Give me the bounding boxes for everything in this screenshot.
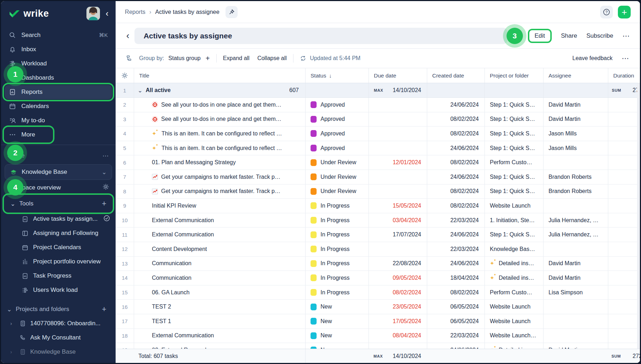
- table-row[interactable]: 6 01. Plan and Messaging Strategy Under …: [116, 155, 640, 170]
- table-row[interactable]: 18 External Communication New 08/04/2024…: [116, 329, 640, 343]
- chevron-down-icon[interactable]: ⌄: [102, 168, 107, 176]
- column-header-title[interactable]: Title: [134, 68, 305, 83]
- tool-item-task-progress[interactable]: Task Progress: [1, 269, 116, 283]
- sidebar-item-inbox[interactable]: Inbox: [5, 42, 112, 57]
- task-title[interactable]: 06. GA Launch: [152, 289, 190, 296]
- add-tool-icon[interactable]: +: [102, 199, 106, 208]
- group-by-value[interactable]: Status group: [168, 55, 201, 61]
- add-group-by-button[interactable]: +: [206, 54, 210, 63]
- share-button[interactable]: Share: [561, 32, 577, 39]
- task-title[interactable]: See all your to-dos in one place and get…: [161, 116, 281, 122]
- tool-item-project-calendars[interactable]: Project Calendars: [1, 240, 116, 255]
- table-row[interactable]: 15 06. GA Launch In Progress 08/02/2024 …: [116, 285, 640, 300]
- table-row[interactable]: 11 External Communication In Progress 17…: [116, 228, 640, 242]
- table-row[interactable]: 14 Communication In Progress 09/05/2024 …: [116, 271, 640, 285]
- wrike-logo-text: wrike: [23, 8, 49, 19]
- task-title[interactable]: Communication: [152, 260, 191, 267]
- task-title[interactable]: Get your campaigns to market faster. Tra…: [161, 188, 280, 194]
- gear-icon[interactable]: [102, 183, 109, 192]
- task-title[interactable]: Content Development: [152, 246, 207, 252]
- tools-section-header[interactable]: ⌄ Tools +: [5, 196, 112, 212]
- tool-item-assigning[interactable]: Assigning and Following: [1, 226, 116, 240]
- task-title[interactable]: Communication: [152, 275, 191, 281]
- wrike-logo[interactable]: wrike: [9, 8, 49, 19]
- task-title[interactable]: See all your to-dos in one place and get…: [161, 102, 281, 108]
- task-title[interactable]: Initial KPI Review: [152, 203, 196, 209]
- task-title[interactable]: 01. Plan and Messaging Strategy: [152, 159, 236, 166]
- collapse-all-button[interactable]: Collapse all: [257, 55, 287, 61]
- project-name: Detailed ins…: [499, 260, 534, 267]
- edit-button[interactable]: Edit 3: [528, 29, 552, 43]
- refresh-icon[interactable]: [300, 55, 306, 61]
- subscribe-button[interactable]: Subscribe: [586, 32, 613, 39]
- project-item-label: 1407708096: Onboardin...: [30, 320, 101, 327]
- task-title[interactable]: This is an item. It can be configured to…: [161, 145, 282, 151]
- table-row[interactable]: 4 ✦✦ This is an item. It can be configur…: [116, 127, 640, 141]
- tool-item-portfolio[interactable]: Project portfolio overview: [1, 255, 116, 269]
- column-header-project[interactable]: Project or folder: [484, 68, 543, 83]
- report-title-field[interactable]: Active tasks by assignee: [134, 28, 507, 44]
- table-row[interactable]: 12 Content Development In Progress 22/03…: [116, 242, 640, 257]
- task-title[interactable]: Get your campaigns to market faster. Tra…: [161, 174, 280, 180]
- tool-item-active-tasks[interactable]: Active tasks by assign...: [1, 212, 116, 226]
- avatar[interactable]: [86, 7, 100, 20]
- project-cell: Perform Custo…: [484, 285, 543, 300]
- table-row[interactable]: 13 Communication In Progress 22/08/2024 …: [116, 257, 640, 271]
- task-title[interactable]: External Communication: [152, 217, 214, 224]
- sidebar-item-reports[interactable]: Reports: [5, 85, 112, 99]
- vertical-scrollbar[interactable]: [637, 83, 640, 349]
- space-menu-icon[interactable]: ⋯: [102, 152, 109, 160]
- column-header-assignee[interactable]: Assignee: [543, 68, 608, 83]
- task-title[interactable]: TEST 2: [152, 304, 171, 310]
- column-header-status[interactable]: Status ↓: [305, 68, 369, 83]
- project-item-knowledge-base[interactable]: › Knowledge Base: [1, 345, 116, 359]
- sidebar-item-search[interactable]: Search ⌘K: [5, 28, 112, 42]
- column-header-duration[interactable]: Duration: [608, 68, 640, 83]
- task-title[interactable]: TEST 1: [152, 318, 171, 325]
- sidebar-collapse-icon[interactable]: ‹: [104, 9, 110, 18]
- toolbar-more-button[interactable]: ⋯: [622, 54, 629, 63]
- project-cell: ✦✦ Detailed ins…: [484, 271, 543, 285]
- project-cell: Knowledge Bas…: [484, 242, 543, 256]
- column-header-created-date[interactable]: Created date: [427, 68, 484, 83]
- row-number: 12: [116, 242, 134, 256]
- table-row[interactable]: 17 TEST 1 New 17/05/2024 06/05/2024 Webs…: [116, 314, 640, 329]
- space-selector[interactable]: Knowledge Base ⌄: [5, 164, 112, 180]
- collapse-group-icon[interactable]: ⌄: [138, 87, 142, 94]
- table-row[interactable]: 10 External Communication In Progress 03…: [116, 213, 640, 228]
- table-row[interactable]: 3 See all your to-dos in one place and g…: [116, 112, 640, 127]
- column-header-due-date[interactable]: Due date: [369, 68, 427, 83]
- project-item-ask-consultant[interactable]: Ask My Consultant: [1, 331, 116, 345]
- leave-feedback-button[interactable]: Leave feedback: [572, 55, 613, 61]
- projects-section-header[interactable]: ⌄ Projects and folders +: [1, 302, 116, 316]
- table-row[interactable]: 9 Initial KPI Review In Progress 15/05/2…: [116, 199, 640, 213]
- table-settings-button[interactable]: [116, 68, 134, 83]
- table-row[interactable]: 8 Get your campaigns to market faster. T…: [116, 184, 640, 199]
- task-title[interactable]: This is an item. It can be configured to…: [161, 130, 282, 137]
- table-row[interactable]: 7 Get your campaigns to market faster. T…: [116, 170, 640, 184]
- create-new-button[interactable]: +: [618, 6, 631, 18]
- report-table: Title Status ↓ Due date Created date Pro…: [116, 68, 640, 363]
- title-more-button[interactable]: ⋯: [623, 32, 630, 40]
- row-number: 16: [116, 300, 134, 314]
- group-row-all-active[interactable]: 1 ⌄ All active 607 MAX 14/10/2024 SUM 27…: [116, 83, 640, 98]
- pin-icon[interactable]: [226, 6, 238, 18]
- add-project-icon[interactable]: +: [102, 305, 106, 314]
- sidebar-item-my-todo[interactable]: My to-do: [5, 113, 112, 128]
- table-row[interactable]: 2 See all your to-dos in one place and g…: [116, 98, 640, 112]
- sidebar-item-calendars[interactable]: Calendars: [5, 99, 112, 113]
- back-icon[interactable]: ‹: [126, 30, 129, 41]
- help-button[interactable]: ?: [600, 6, 613, 18]
- chevron-right-icon[interactable]: ›: [10, 321, 15, 326]
- table-row[interactable]: 16 TEST 2 New 23/05/2024 06/05/2024 Webs…: [116, 300, 640, 314]
- project-item-onboarding[interactable]: › 1407708096: Onboardin...: [1, 316, 116, 331]
- task-title[interactable]: External Communication: [152, 231, 214, 238]
- task-title[interactable]: External Communication: [152, 332, 214, 339]
- breadcrumb-reports-link[interactable]: Reports: [125, 9, 145, 15]
- chevron-right-icon[interactable]: ›: [10, 349, 15, 355]
- tool-item-users-workload[interactable]: Users Work load: [1, 283, 116, 297]
- expand-all-button[interactable]: Expand all: [223, 55, 250, 61]
- sidebar-item-label: Dashboards: [21, 74, 54, 81]
- sidebar-item-more[interactable]: More: [5, 128, 52, 142]
- table-row[interactable]: 5 ✦✦ This is an item. It can be configur…: [116, 141, 640, 156]
